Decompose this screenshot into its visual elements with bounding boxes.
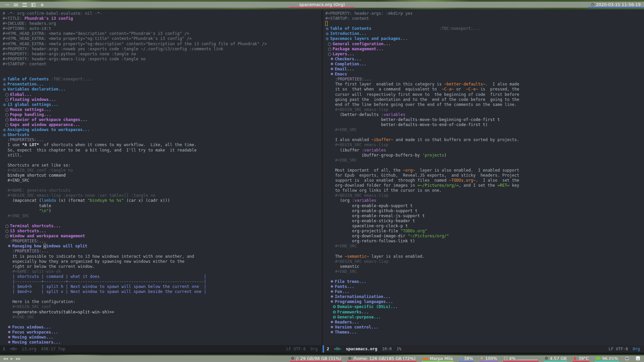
editor-line[interactable]: #+HTML_HEAD_EXTRA: <meta name="descripti… xyxy=(3,31,322,36)
editor-line[interactable]: right or below the current window. xyxy=(3,264,322,269)
editor-line[interactable]: ✸ Emacs xyxy=(325,72,644,77)
editor-line[interactable]: semantic xyxy=(325,264,644,269)
editor-line[interactable]: (ibuffer :variables xyxy=(325,148,644,153)
editor-line[interactable]: :PROPERTIES:... xyxy=(3,249,322,254)
editor-line[interactable]: ✸ Checkers... xyxy=(325,57,644,62)
editor-line[interactable]: Shortcuts are set like so: xyxy=(3,163,322,168)
editor-line[interactable] xyxy=(325,21,644,26)
editor-line[interactable]: :PROPERTIES:... xyxy=(325,77,644,82)
editor-line[interactable]: cursor will respectively first move to t… xyxy=(325,92,644,97)
editor-line[interactable]: ◉ Shortcuts xyxy=(3,132,322,137)
editor-line[interactable] xyxy=(3,320,322,325)
editor-line[interactable]: bindsym shortcut command xyxy=(3,173,322,178)
editor-line[interactable]: ibuffer-group-buffers-by 'projects) xyxy=(325,153,644,158)
editor-line[interactable]: (better-defaults :variables xyxy=(325,112,644,117)
editor-line[interactable]: #+TITLE: Phundrak's i3 config xyxy=(3,16,322,21)
editor-line[interactable]: ○ Popup handling... xyxy=(3,112,322,117)
editor-line[interactable]: org-enable-reveal-js-support t xyxy=(325,214,644,219)
statusbar-module-memory[interactable]: ⚙4.57 GB xyxy=(544,356,568,362)
editor-line[interactable]: ○ Behavior of workspace changes... xyxy=(3,117,322,122)
editor-line[interactable]: "\n") xyxy=(3,208,322,214)
editor-line[interactable]: org-enable-sticky-header t xyxy=(325,219,644,224)
editor-line[interactable]: (mapconcat (lambda (x) (format "bindsym … xyxy=(3,198,322,203)
editor-line[interactable]: especially how they are organized by spa… xyxy=(3,259,322,264)
editor-line[interactable]: So, expect this chapter to be a bit long… xyxy=(3,148,322,153)
editor-line[interactable]: # -*- org-confirm-babel-evaluate: nil -*… xyxy=(3,11,322,16)
editor-line[interactable]: ✸ Fonts... xyxy=(325,284,644,289)
editor-line[interactable]: #+BEGIN_SRC conf :tangle no xyxy=(3,168,322,173)
statusbar-module-battery[interactable]: 96.01% xyxy=(595,356,619,362)
statusbar-module-volume[interactable]: ◀38% xyxy=(459,356,474,362)
editor-line[interactable]: #+BEGIN_SRC emacs-lisp xyxy=(325,259,644,264)
editor-pane-right[interactable]: #+PROPERTY: header-args: :mkdirp yes#+ST… xyxy=(323,9,644,345)
editor-line[interactable]: #+NAME: generate-shortcuts xyxy=(3,188,322,193)
editor-line[interactable]: org-enable-epub-support t xyxy=(325,203,644,208)
editor-line[interactable]: #+END_SRC xyxy=(325,158,644,163)
editor-line[interactable]: to follow org links if the cursor is on … xyxy=(325,188,644,193)
media-play-button[interactable]: ▶ xyxy=(11,356,13,362)
editor-line[interactable]: ○ Mouse settings... xyxy=(3,107,322,112)
editor-line[interactable]: #+BEGIN_SRC emacs-lisp xyxy=(325,193,644,198)
media-next-button[interactable]: ▶▶ xyxy=(16,356,21,362)
editor-line[interactable]: #+END_SRC xyxy=(3,178,322,183)
editor-line[interactable]: :PROPERTIES:... xyxy=(3,137,322,142)
editor-line[interactable]: #+PROPERTY: header-args :noweb yes :expo… xyxy=(3,47,322,52)
editor-line[interactable]: ○ Gaps and window appearance... xyxy=(3,122,322,127)
editor-line[interactable]: ◉ Table of Contents :TOC:noexport:... xyxy=(3,77,322,82)
editor-line[interactable]: #+PROPERTY: header-args:emacs-lisp :expo… xyxy=(3,57,322,62)
editor-line[interactable]: #+HTML_HEAD_EXTRA: <meta property="og:de… xyxy=(3,42,322,47)
editor-line[interactable]: #+BEGIN_SRC emacs-lisp xyxy=(325,142,644,147)
editor-line[interactable]: #+PROPERTY: header-args:python :exports … xyxy=(3,52,322,57)
editor-line[interactable]: | $mod+h | split h | Next window to spaw… xyxy=(3,284,322,289)
editor-line[interactable]: ✸ Version control... xyxy=(325,325,644,330)
left-buffer-text[interactable]: # -*- org-confirm-babel-evaluate: nil -*… xyxy=(0,9,322,345)
media-prev-button[interactable]: ◀◀ xyxy=(3,356,8,362)
workspace-button-plus[interactable]: + xyxy=(40,2,45,7)
editor-line[interactable]: still. xyxy=(3,153,322,158)
editor-line[interactable]: ✸ Programming languages... xyxy=(325,299,644,304)
editor-line[interactable] xyxy=(325,249,644,254)
editor-line[interactable]: #+HTML_HEAD_EXTRA: <meta property="og:ti… xyxy=(3,36,322,41)
editor-line[interactable] xyxy=(325,274,644,279)
statusbar-module-disk-home[interactable]: ⚙/home: 126 GB/185 GB (72%) xyxy=(347,356,416,362)
editor-line[interactable]: |-----------+---------+-----------------… xyxy=(3,279,322,284)
editor-line[interactable]: ✸ Completion... xyxy=(325,62,644,67)
editor-line[interactable]: ○ Package management... xyxy=(325,47,644,52)
editor-line[interactable]: ✸ Fun... xyxy=(325,289,644,294)
editor-line[interactable]: | shortcuts | command | what it does | xyxy=(3,274,322,279)
editor-line[interactable]: ○ General configuration... xyxy=(325,42,644,47)
editor-line[interactable]: The ~semantic~ layer is also enabled. xyxy=(325,254,644,259)
right-buffer-text[interactable]: #+PROPERTY: header-args: :mkdirp yes#+ST… xyxy=(323,9,644,345)
statusbar-module-discord[interactable] xyxy=(624,356,630,362)
editor-line[interactable]: better-defaults-move-to-end-of-code-firs… xyxy=(325,122,644,127)
editor-line[interactable]: #+END_SRC xyxy=(3,214,322,219)
editor-line[interactable]: ✸ Internationalization... xyxy=(325,294,644,299)
editor-line[interactable]: #+BEGIN_SRC emacs-lisp :exports none :va… xyxy=(3,193,322,198)
editor-line[interactable]: ✸ Email... xyxy=(325,67,644,72)
editor-line[interactable]: #+INCLUDE: headers.org xyxy=(3,21,322,26)
editor-line[interactable]: end of the line before going over the en… xyxy=(325,102,644,107)
editor-line[interactable]: #+OPTIONS: auto-id:t xyxy=(3,26,322,31)
editor-line[interactable]: ◉ i3 global settings... xyxy=(3,102,322,107)
editor-line[interactable]: #+END_SRC xyxy=(3,315,322,320)
editor-line[interactable]: org-enable-github-support t xyxy=(325,208,644,214)
editor-line[interactable]: ○ Layers... xyxy=(325,52,644,57)
editor-line[interactable]: ◉ Variables declaration... xyxy=(3,87,322,92)
editor-line[interactable]: ○ Window and workspace management xyxy=(3,234,322,239)
editor-line[interactable]: org-download-image-dir "~/Pictures/org/" xyxy=(325,234,644,239)
editor-line[interactable]: spaceline-org-clock-p t xyxy=(325,224,644,229)
editor-line[interactable]: Here is the configuration: xyxy=(3,299,322,304)
editor-line[interactable]: org-download folder for images in =~/Pic… xyxy=(325,183,644,188)
workspace-button-three[interactable] xyxy=(22,2,27,7)
editor-line[interactable]: ✸ Focus windows... xyxy=(3,325,322,330)
editor-line[interactable]: | $mod+v | split v | Next window to spaw… xyxy=(3,289,322,294)
editor-line[interactable]: ◉ Assigning windows to workspaces... xyxy=(3,127,322,132)
editor-line[interactable] xyxy=(3,158,322,163)
editor-line[interactable]: ◉ Introduction... xyxy=(325,31,644,36)
editor-line[interactable]: ✿ Domain-specific (DSLs)... xyxy=(325,304,644,309)
editor-line[interactable]: I also enabled ~ibuffer~ and made it so … xyxy=(325,137,644,142)
statusbar-module-temperature[interactable]: 39°C xyxy=(573,356,589,362)
editor-line[interactable]: support is also enabled through files na… xyxy=(325,178,644,183)
editor-line[interactable]: The first layer enabled in this category… xyxy=(325,82,644,87)
editor-line[interactable]: ✸ File trees... xyxy=(325,279,644,284)
